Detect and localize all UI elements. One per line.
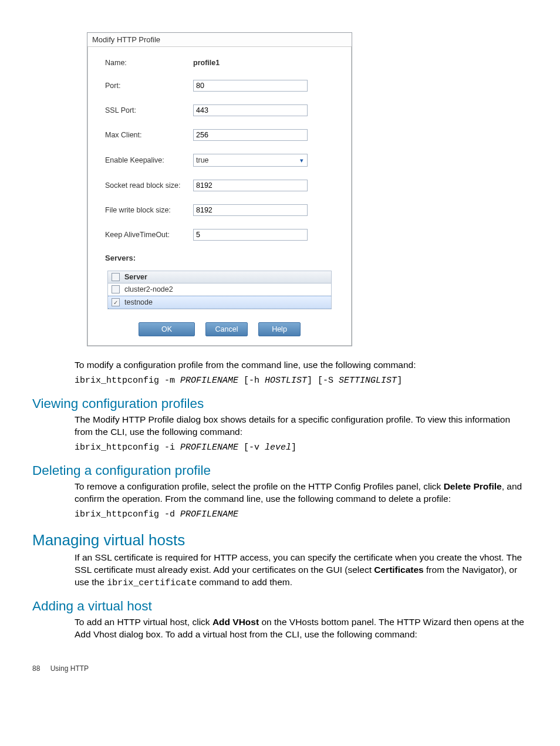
name-label: Name: (105, 59, 193, 67)
view-paragraph: The Modify HTTP Profile dialog box shows… (75, 414, 528, 438)
heading-adding-vhost: Adding a virtual host (32, 599, 528, 614)
row-checkbox[interactable]: ✓ (112, 298, 120, 306)
modify-http-profile-dialog: Modify HTTP Profile Name: profile1 Port:… (87, 32, 352, 346)
page-number: 88 (32, 664, 40, 673)
delete-paragraph: To remove a configuration profile, selec… (75, 481, 528, 505)
delete-command: ibrix_httpconfig -d PROFILENAME (75, 509, 528, 521)
enable-keepalive-value: true (194, 156, 296, 164)
enable-keepalive-label: Enable Keepalive: (105, 156, 193, 164)
modify-command: ibrix_httpconfig -m PROFILENAME [-h HOST… (75, 375, 528, 387)
table-row[interactable]: cluster2-node2 (108, 283, 331, 296)
socket-read-label: Socket read block size: (105, 181, 193, 190)
port-input[interactable] (193, 80, 308, 92)
socket-read-input[interactable] (193, 180, 308, 191)
name-value: profile1 (193, 59, 220, 67)
server-name: cluster2-node2 (124, 285, 173, 293)
servers-label: Servers: (105, 254, 340, 262)
max-client-input[interactable] (193, 129, 308, 141)
table-row[interactable]: ✓ testnode (108, 296, 331, 309)
heading-viewing-profiles: Viewing configuration profiles (32, 396, 528, 411)
vhosts-paragraph: If an SSL certificate is required for HT… (75, 552, 528, 589)
dialog-title: Modify HTTP Profile (87, 33, 352, 47)
file-write-input[interactable] (193, 204, 308, 216)
ssl-port-input[interactable] (193, 104, 308, 116)
add-vhost-paragraph: To add an HTTP virtual host, click Add V… (75, 616, 528, 641)
view-command: ibrix_httpconfig -i PROFILENAME [-v leve… (75, 442, 528, 454)
select-all-checkbox[interactable] (112, 273, 120, 281)
row-checkbox[interactable] (112, 285, 120, 293)
keep-alive-timeout-label: Keep AliveTimeOut: (105, 231, 193, 239)
max-client-label: Max Client: (105, 131, 193, 139)
servers-table-header: Server (108, 271, 331, 283)
heading-managing-vhosts: Managing virtual hosts (32, 531, 528, 549)
heading-deleting-profile: Deleting a configuration profile (32, 463, 528, 478)
page-footer: 88 Using HTTP (32, 664, 528, 673)
servers-table: Server cluster2-node2 ✓ testnode (107, 271, 332, 309)
file-write-label: File write block size: (105, 206, 193, 214)
keep-alive-timeout-input[interactable] (193, 229, 308, 241)
server-column-header: Server (124, 273, 147, 281)
chevron-down-icon: ▾ (296, 157, 307, 164)
modify-intro-text: To modify a configuration profile from t… (75, 359, 528, 372)
ok-button[interactable]: OK (139, 322, 195, 336)
server-name: testnode (124, 298, 153, 306)
port-label: Port: (105, 82, 193, 90)
enable-keepalive-combo[interactable]: true ▾ (193, 154, 308, 167)
ssl-port-label: SSL Port: (105, 106, 193, 114)
cancel-button[interactable]: Cancel (205, 322, 248, 336)
footer-section: Using HTTP (50, 664, 89, 673)
help-button[interactable]: Help (258, 322, 301, 336)
